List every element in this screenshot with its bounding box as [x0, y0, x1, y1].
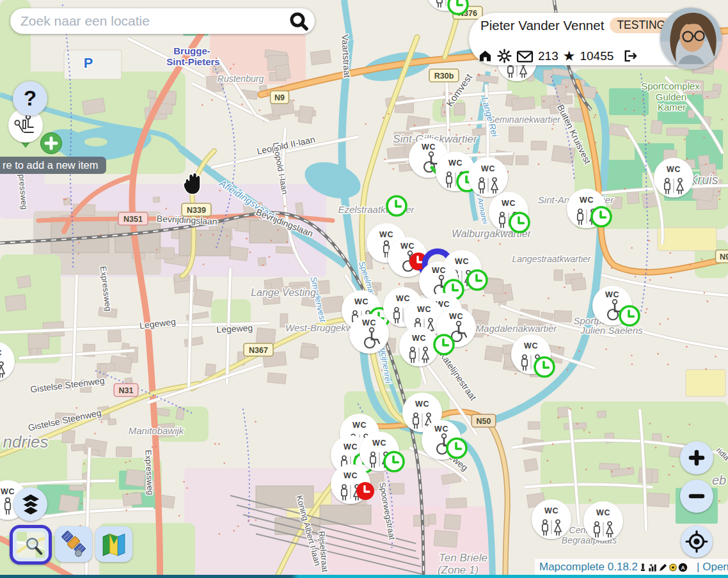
map-label: P: [84, 55, 93, 71]
road-shield: N9: [716, 250, 728, 263]
settings-icon[interactable]: [497, 49, 512, 63]
opening-hours-badge: [620, 306, 639, 325]
attribution-app[interactable]: Mapcomplete 0.18.2 A: [535, 559, 692, 575]
basemap-alt-map-button[interactable]: [95, 526, 132, 562]
circle-a-icon: A: [678, 563, 688, 572]
svg-text:WC: WC: [412, 334, 426, 343]
geolocate-button[interactable]: [681, 526, 713, 558]
map-marker-toilet[interactable]: WC: [583, 501, 623, 541]
separator: |: [697, 561, 699, 574]
map-label: Magdalenakwartier: [476, 323, 558, 334]
svg-text:WC: WC: [415, 400, 429, 409]
road-shield: N367: [244, 343, 273, 356]
svg-text:WC: WC: [344, 442, 358, 451]
svg-text:N50: N50: [477, 417, 491, 426]
search-bar: [10, 8, 315, 34]
map-label: Lange Vesting: [251, 287, 316, 298]
statue-icon: [638, 563, 647, 572]
map-label: Gulden: [656, 91, 686, 102]
mail-icon[interactable]: [516, 49, 534, 63]
zoom-out-button[interactable]: [680, 480, 713, 513]
svg-text:WC: WC: [379, 230, 393, 239]
svg-text:WC: WC: [605, 290, 619, 299]
opening-hours-badge: [384, 452, 404, 471]
map-label: ndries: [3, 432, 49, 451]
svg-text:WC: WC: [396, 294, 410, 303]
opening-hours-badge: [510, 213, 529, 232]
opening-hours-badge: [535, 357, 554, 377]
map-label: Julien Saelens: [580, 325, 643, 336]
svg-text:WC: WC: [344, 471, 358, 480]
star-count[interactable]: 10455: [580, 49, 613, 63]
user-name[interactable]: Pieter Vander Vennet: [480, 18, 604, 33]
svg-text:R30b: R30b: [434, 72, 454, 81]
layers-button[interactable]: [13, 487, 47, 521]
search-icon[interactable]: [289, 11, 309, 31]
map-label: Rustenburg: [218, 74, 264, 84]
road-shield: N31: [114, 384, 138, 396]
map-magnifier-icon: [17, 529, 45, 561]
svg-text:WC: WC: [544, 506, 558, 515]
opening-hours-badge: [447, 439, 466, 458]
road-shield: N9: [271, 91, 289, 104]
map-label: Langestraatkwartier: [512, 254, 592, 264]
attribution-osm[interactable]: | OpenStreetMap: [692, 559, 728, 575]
map-label: Sportcomplex: [641, 81, 700, 91]
opening-hours-badge: [592, 207, 611, 226]
svg-text:N339: N339: [187, 206, 206, 215]
layers-icon: [20, 494, 41, 515]
map-label: Kruis: [689, 173, 718, 187]
map-marker-toilet[interactable]: WC: [532, 499, 571, 539]
stats-icon: [648, 563, 658, 572]
map-label: Seminariekwartier: [489, 114, 561, 125]
svg-text:WC: WC: [449, 312, 463, 321]
svg-text:WC: WC: [354, 297, 368, 306]
osm-link[interactable]: OpenStreetMap: [702, 561, 728, 574]
map-label: Brugge-: [173, 45, 210, 56]
plus-icon: [686, 447, 708, 469]
svg-text:WC: WC: [434, 425, 448, 434]
svg-text:N367: N367: [249, 346, 268, 355]
basemap-satellite-button[interactable]: [55, 526, 92, 562]
svg-text:WC: WC: [502, 199, 516, 208]
svg-text:N351: N351: [123, 215, 143, 224]
svg-text:A: A: [681, 564, 685, 570]
svg-text:WC: WC: [481, 164, 495, 173]
marker-icon: [669, 563, 677, 572]
road-shield: N50: [471, 414, 496, 427]
map-marker-toilet[interactable]: WC: [399, 327, 439, 366]
map-label: Ten Briele: [439, 552, 487, 564]
svg-text:WC: WC: [580, 196, 594, 205]
message-count[interactable]: 213: [538, 49, 558, 63]
svg-text:WC: WC: [400, 242, 415, 251]
minus-icon: [686, 485, 708, 507]
hand-cursor-icon: [178, 169, 204, 198]
svg-text:WC: WC: [417, 305, 431, 314]
map-label: Legeweg: [216, 323, 253, 335]
app-version: Mapcomplete 0.18.2: [539, 561, 638, 574]
avatar[interactable]: [660, 8, 722, 69]
map-marker-toilet[interactable]: WC: [654, 158, 693, 198]
svg-text:WC: WC: [352, 421, 367, 430]
opening-hours-badge: [387, 196, 406, 215]
svg-text:WC: WC: [455, 257, 469, 266]
zoom-in-button[interactable]: [680, 441, 713, 474]
svg-text:WC: WC: [432, 266, 446, 275]
opening-hours-badge: [448, 0, 468, 14]
logout-icon[interactable]: [622, 49, 638, 63]
svg-text:N31: N31: [119, 386, 134, 395]
map-canvas[interactable]: Brugge-Sint-PietersRustenburgVaartstraat…: [0, 0, 728, 578]
search-input[interactable]: [10, 13, 289, 29]
map-marker-toilet[interactable]: WC: [349, 314, 389, 354]
svg-text:WC: WC: [372, 439, 386, 448]
road-shield: N351: [118, 212, 148, 225]
svg-text:WC: WC: [422, 143, 436, 152]
map-marker-toilet[interactable]: WC: [468, 157, 508, 197]
help-button[interactable]: ?: [13, 81, 47, 116]
home-icon[interactable]: [478, 49, 493, 63]
svg-text:WC: WC: [1, 487, 15, 496]
svg-text:N9: N9: [720, 253, 728, 262]
basemap-osm-button[interactable]: [10, 525, 52, 565]
user-actions-row: 213 ★ 10455: [478, 49, 638, 63]
progress-bar: [0, 575, 728, 578]
